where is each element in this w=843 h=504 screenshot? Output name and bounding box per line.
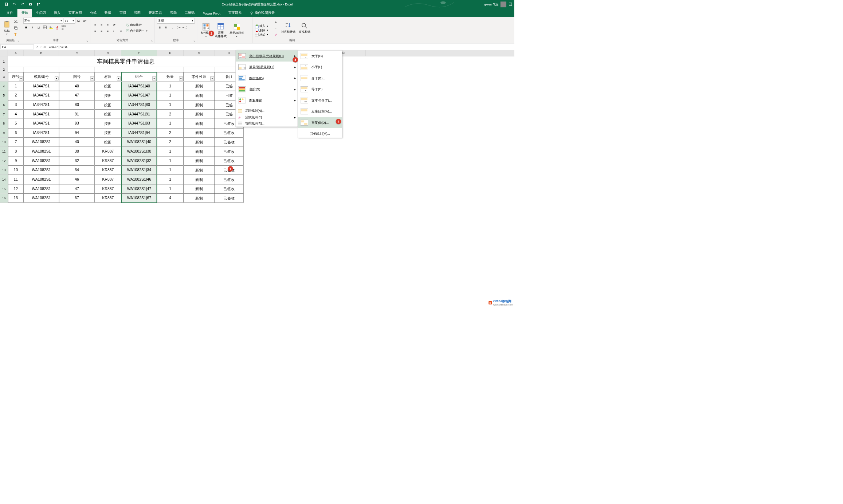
row-head[interactable]: 15 (0, 184, 8, 194)
copy-icon[interactable] (13, 25, 19, 31)
menu-highlight-rules[interactable]: ≤≥ 突出显示单元格规则(H) ▶ 3 (236, 50, 298, 62)
data-cell[interactable]: WA1082S1 (24, 138, 59, 147)
data-cell[interactable]: WA1082S1 (24, 184, 59, 194)
number-format-combo[interactable]: 常规▼ (157, 18, 195, 24)
tab-insert[interactable]: 插入 (50, 9, 64, 17)
data-cell[interactable]: 1 (157, 184, 184, 194)
row-head[interactable]: 16 (0, 193, 8, 203)
row-head[interactable]: 7 (0, 110, 8, 119)
tab-data[interactable]: 数据 (101, 9, 115, 17)
tell-me[interactable]: 操作说明搜索 (246, 9, 279, 17)
data-cell[interactable]: WA1082S1|32 (121, 156, 157, 166)
data-cell[interactable]: 已签收 (215, 147, 243, 156)
data-cell[interactable]: 1 (157, 156, 184, 166)
data-cell[interactable]: 40 (59, 138, 95, 147)
cancel-formula-icon[interactable]: ✕ (36, 45, 39, 48)
menu-new-rule[interactable]: 新建规则(N)... (236, 108, 298, 114)
grow-font-icon[interactable]: A▲ (76, 18, 82, 24)
row-head[interactable]: 12 (0, 156, 8, 166)
align-bottom-icon[interactable]: ≡ (105, 22, 111, 28)
cell-styles-button[interactable]: 单元格样式 ▼ (229, 22, 245, 39)
data-cell[interactable]: WA1082S1 (24, 193, 59, 203)
data-cell[interactable]: WA1082S1 (24, 165, 59, 175)
data-cell[interactable]: IA3447S1|91 (121, 110, 157, 119)
data-cell[interactable]: WA1082S1|30 (121, 147, 157, 156)
italic-button[interactable]: I (30, 24, 35, 30)
comma-icon[interactable]: , (169, 24, 175, 30)
cell[interactable] (24, 67, 59, 72)
data-cell[interactable]: IA3447S1|80 (121, 100, 157, 110)
cell[interactable] (121, 67, 157, 72)
data-cell[interactable]: WA1082S1|34 (121, 165, 157, 175)
tab-review[interactable]: 审阅 (115, 9, 130, 17)
data-cell[interactable]: 新制 (184, 110, 215, 119)
find-select-button[interactable]: 查找和选 (298, 21, 311, 35)
data-cell[interactable]: IA3447S1 (24, 119, 59, 128)
data-cell[interactable]: 新制 (184, 82, 215, 91)
data-cell[interactable]: 已签收 (215, 175, 243, 184)
data-cell[interactable]: 32 (59, 156, 95, 166)
data-cell[interactable]: 12 (8, 184, 24, 194)
col-head-g[interactable]: G (184, 50, 215, 56)
tab-formula[interactable]: 公式 (86, 9, 101, 17)
bold-button[interactable]: B (23, 24, 29, 30)
border-button[interactable] (42, 24, 48, 30)
autosum-icon[interactable]: Σ (273, 19, 279, 24)
delete-cells-button[interactable]: 删除▼ (255, 28, 268, 32)
header-cell[interactable]: 模具编号▼ (24, 72, 59, 81)
data-cell[interactable]: KR887 (95, 175, 121, 184)
data-cell[interactable]: 新制 (184, 91, 215, 100)
data-cell[interactable]: 94 (59, 128, 95, 138)
data-cell[interactable]: 2 (157, 138, 184, 147)
data-cell[interactable]: 30 (59, 147, 95, 156)
tab-dev[interactable]: 开发工具 (145, 9, 166, 17)
data-cell[interactable]: 9 (8, 156, 24, 166)
data-cell[interactable]: 93 (59, 119, 95, 128)
header-cell[interactable]: 数量▼ (157, 72, 184, 81)
tab-help[interactable]: 帮助 (166, 9, 181, 17)
data-cell[interactable]: 2 (157, 128, 184, 138)
data-cell[interactable]: 6 (8, 128, 24, 138)
data-cell[interactable]: 46 (59, 175, 95, 184)
data-cell[interactable]: 1 (157, 175, 184, 184)
sort-filter-button[interactable]: 排序和筛选 (280, 21, 297, 35)
data-cell[interactable]: 13 (8, 193, 24, 203)
data-cell[interactable]: 1 (157, 100, 184, 110)
data-cell[interactable]: 1 (157, 91, 184, 100)
tab-file[interactable]: 文件 (3, 9, 17, 17)
menu-more-rules[interactable]: 其他规则(M)... (298, 130, 342, 138)
data-cell[interactable]: 2 (157, 110, 184, 119)
cell[interactable] (95, 67, 121, 72)
row-head[interactable]: 2 (0, 67, 8, 72)
cell[interactable] (59, 67, 95, 72)
filter-button[interactable]: ▼ (152, 76, 156, 80)
align-center-icon[interactable]: ≡ (99, 28, 105, 34)
avatar[interactable] (501, 1, 506, 7)
align-top-icon[interactable]: ≡ (93, 22, 98, 28)
tab-view[interactable]: 视图 (130, 9, 145, 17)
menu-greater-than[interactable]: >大于(G)... (298, 50, 342, 62)
data-cell[interactable]: 47 (59, 91, 95, 100)
data-cell[interactable]: 已签收 (215, 156, 243, 166)
menu-between[interactable]: 介于(B)... (298, 72, 342, 84)
data-cell[interactable]: IA3447S1|93 (121, 119, 157, 128)
data-cell[interactable]: IA3447S1|40 (121, 82, 157, 91)
orientation-icon[interactable]: ⟳ (111, 22, 117, 28)
save-icon[interactable] (4, 2, 8, 7)
menu-less-than[interactable]: <小于(L)... (298, 62, 342, 73)
select-all-corner[interactable] (0, 50, 8, 56)
font-size-combo[interactable]: 11▼ (64, 18, 75, 24)
col-head-a[interactable]: A (8, 50, 24, 56)
align-left-icon[interactable]: ≡ (93, 28, 98, 34)
wrap-text-button[interactable]: 自动换行 (125, 22, 149, 28)
data-cell[interactable]: 按图 (95, 138, 121, 147)
data-cell[interactable]: 4 (157, 193, 184, 203)
data-cell[interactable]: 新制 (184, 175, 215, 184)
header-cell[interactable]: 零件性质▼ (184, 72, 215, 81)
data-cell[interactable]: 34 (59, 165, 95, 175)
insert-cells-button[interactable]: 插入▼ (255, 24, 268, 28)
data-cell[interactable]: 按图 (95, 119, 121, 128)
merge-center-button[interactable]: 合并后居中▼ (125, 28, 149, 34)
font-color-button[interactable]: A (54, 24, 60, 30)
col-head-d[interactable]: D (95, 50, 121, 56)
